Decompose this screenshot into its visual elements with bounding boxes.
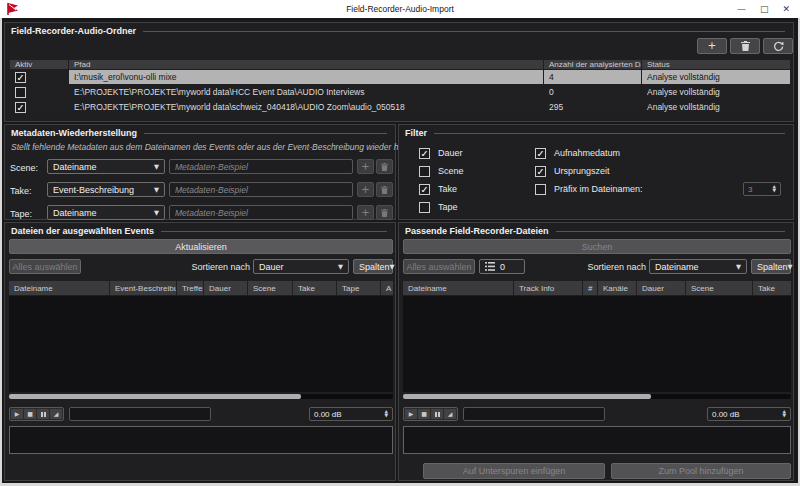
chevron-down-icon: ▼ [788,263,793,271]
tape-checkbox[interactable] [419,202,430,213]
filter-scene[interactable]: Scene [419,164,464,178]
stop-button[interactable]: ■ [24,409,36,419]
match-count-value: 0 [500,262,505,272]
folder-active-checkbox[interactable] [15,102,26,113]
minimize-button[interactable]: — [737,0,746,18]
prefix-length-stepper[interactable]: 3 ▲▼ [743,182,781,196]
column-header[interactable]: Dauer [637,281,685,295]
column-header[interactable]: Treffer [177,281,203,295]
stepper-arrows-icon[interactable]: ▲▼ [773,185,776,193]
folder-row[interactable]: I:\musik_erol\vonu-olli mixe 4 Analyse v… [10,70,790,84]
folder-path: I:\musik_erol\vonu-olli mixe [69,70,543,84]
event-files-panel: Dateien der ausgewählten Events Aktualis… [4,222,396,481]
chevron-down-icon: ▼ [154,163,159,171]
column-header[interactable]: Event-Beschreibung [110,281,176,295]
pause-button[interactable] [37,409,49,419]
tape-source-select[interactable]: Dateiname▼ [47,205,165,220]
insert-on-lanes-button[interactable]: Auf Unterspuren einfügen [423,463,605,479]
auto-play-button[interactable]: ◢ [444,409,456,419]
folders-table: Aktiv Pfad Anzahl der analysierten Datei… [10,60,790,114]
recorder-playback-position-bar[interactable] [463,407,605,421]
column-header[interactable]: Scene [686,281,752,295]
folders-section-title: Field-Recorder-Audio-Ordner [11,26,136,36]
scene-source-select[interactable]: Dateiname▼ [47,159,165,174]
column-header[interactable]: Take [753,281,791,295]
scene-checkbox[interactable] [419,166,430,177]
filter-tape[interactable]: Tape [419,200,458,214]
play-button[interactable]: ▶ [405,409,417,419]
scene-add-button[interactable]: + [357,159,374,174]
column-header[interactable]: A [381,281,393,295]
play-button[interactable]: ▶ [11,409,23,419]
take-checkbox[interactable] [419,184,430,195]
event-files-table-body[interactable] [9,296,393,392]
scene-label: Scene: [10,163,38,173]
filter-ursprungszeit[interactable]: Ursprungszeit [535,164,610,178]
remove-folder-button[interactable] [730,38,760,54]
window-title: Field-Recorder-Audio-Import [346,4,454,14]
folder-row[interactable]: E:\PROJEKTE\PROJEKTE\myworld data\HCC Ev… [10,85,790,99]
select-all-events-button[interactable]: Alles auswählen [9,259,81,274]
folder-active-checkbox[interactable] [15,72,26,83]
scrollbar-thumb[interactable] [9,394,301,399]
tape-delete-button[interactable] [376,205,393,220]
take-add-button[interactable]: + [357,182,374,197]
ursprungszeit-checkbox[interactable] [535,166,546,177]
prefix-checkbox[interactable] [535,184,546,195]
events-columns-button[interactable]: Spalten▼ [353,259,393,274]
take-source-select[interactable]: Event-Beschreibung▼ [47,182,165,197]
maximize-button[interactable]: □ [760,0,769,18]
take-delete-button[interactable] [376,182,393,197]
stepper-arrows-icon[interactable]: ▲▼ [385,410,388,418]
column-header[interactable]: # [583,281,597,295]
field-recorder-import-window: Field-Recorder-Audio-Import — □ ✕ Field-… [0,0,800,486]
search-button[interactable]: Suchen [403,239,791,254]
column-header[interactable]: Dauer [204,281,247,295]
ramp-icon: ◢ [448,411,453,417]
stop-button[interactable]: ■ [418,409,430,419]
pause-button[interactable] [431,409,443,419]
folder-row[interactable]: E:\PROJEKTE\PROJEKTE\myworld data\schwei… [10,100,790,114]
event-files-hscrollbar[interactable] [9,394,393,399]
tape-add-button[interactable]: + [357,205,374,220]
events-sort-select[interactable]: Dauer▼ [253,259,349,274]
filter-dauer[interactable]: Dauer [419,146,463,160]
column-header[interactable]: Tape [337,281,380,295]
folder-active-checkbox[interactable] [15,87,26,98]
auto-play-button[interactable]: ◢ [50,409,62,419]
dauer-checkbox[interactable] [419,148,430,159]
add-folder-button[interactable]: + [697,38,727,54]
select-all-matches-button[interactable]: Alles auswählen [403,259,475,274]
filter-take[interactable]: Take [419,182,457,196]
column-header[interactable]: Scene [248,281,292,295]
rescan-folders-button[interactable] [763,38,793,54]
column-header-pfad[interactable]: Pfad [69,60,543,69]
stepper-arrows-icon[interactable]: ▲▼ [783,410,786,418]
aufnahmedatum-checkbox[interactable] [535,148,546,159]
column-header[interactable]: Dateiname [9,281,109,295]
close-button[interactable]: ✕ [782,0,790,18]
refresh-events-button[interactable]: Aktualisieren [9,239,393,254]
column-header[interactable]: Take [293,281,336,295]
recorder-files-panel: Passende Field-Recorder-Dateien Suchen A… [398,222,794,481]
column-header-anzahl[interactable]: Anzahl der analysierten Dateien [544,60,641,69]
folder-status: Analyse vollständig [642,85,790,99]
column-header[interactable]: Track Info [514,281,582,295]
tape-example-input [169,205,353,220]
recorder-volume-stepper[interactable]: 0.00 dB ▲▼ [707,407,791,421]
column-header-aktiv[interactable]: Aktiv [10,60,68,69]
column-header-status[interactable]: Status [642,60,790,69]
matches-columns-button[interactable]: Spalten▼ [751,259,791,274]
event-playback-position-bar[interactable] [69,407,211,421]
filter-prefix[interactable]: Präfix im Dateinamen: [535,182,643,196]
scene-delete-button[interactable] [376,159,393,174]
recorder-files-hscrollbar[interactable] [403,394,791,399]
event-volume-stepper[interactable]: 0.00 dB ▲▼ [309,407,393,421]
column-header[interactable]: Dateiname [403,281,513,295]
recorder-files-table-body[interactable] [403,296,791,392]
scrollbar-thumb[interactable] [403,394,651,399]
matches-sort-select[interactable]: Dateiname▼ [649,259,747,274]
filter-aufnahmedatum[interactable]: Aufnahmedatum [535,146,620,160]
add-to-pool-button[interactable]: Zum Pool hinzufügen [611,463,791,479]
column-header[interactable]: Kanäle [598,281,636,295]
